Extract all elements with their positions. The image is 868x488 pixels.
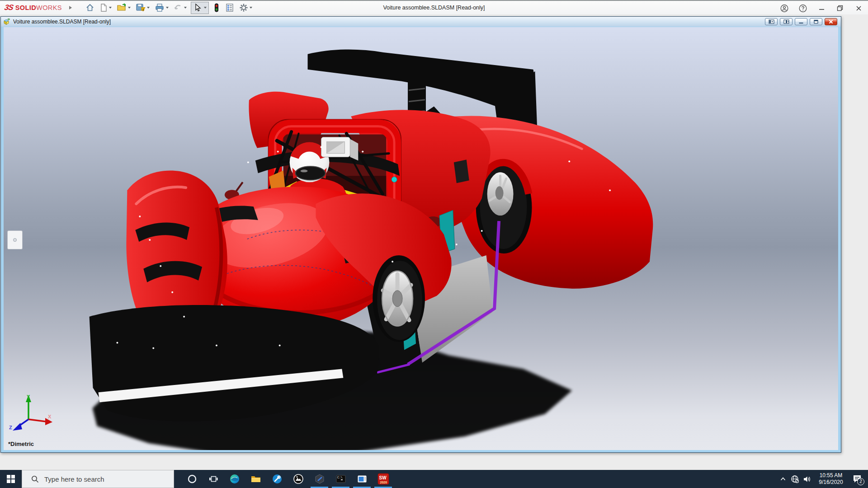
file-properties-icon (225, 3, 234, 12)
start-button[interactable] (0, 470, 22, 488)
triad-z-label: Z (9, 425, 12, 430)
car-model (4, 27, 838, 450)
splitter-grip-icon (13, 238, 17, 242)
cortana-button[interactable] (181, 470, 203, 488)
file-explorer-icon (250, 474, 261, 484)
command-prompt-button[interactable]: C:\ (330, 470, 351, 488)
speaker-icon (803, 475, 811, 483)
solidworks-logo: 3S SOLID WORKS (5, 3, 62, 12)
document-window: Voiture assomblee.SLDASM [Read-only] (0, 16, 841, 453)
save-icon (136, 3, 146, 12)
file-properties-button[interactable] (224, 2, 235, 14)
print-button[interactable] (154, 2, 170, 14)
dropdown-caret-icon[interactable] (109, 7, 112, 9)
file-explorer-button[interactable] (245, 470, 266, 488)
media-app-button[interactable] (351, 470, 373, 488)
taskbar: Type here to search (0, 470, 868, 488)
photos-button[interactable] (288, 470, 309, 488)
rebuild-button[interactable] (212, 2, 221, 14)
wrench-circle-icon (272, 474, 283, 484)
assembly-document-icon (3, 18, 10, 25)
triad-x-label: X (48, 414, 52, 419)
select-tool-button[interactable] (191, 2, 209, 14)
support-tool-button[interactable] (266, 470, 288, 488)
task-view-button[interactable] (203, 470, 224, 488)
featuremanager-splitter-tab[interactable] (7, 230, 23, 249)
doc-close-icon (828, 19, 834, 24)
network-button[interactable] (789, 470, 801, 488)
help-button[interactable] (799, 4, 807, 13)
close-button[interactable] (854, 4, 863, 13)
windows-logo-icon (7, 475, 15, 483)
open-folder-icon (117, 3, 127, 12)
task-view-icon (208, 474, 218, 484)
app-title: Voiture assomblee.SLDASM [Read-only] (383, 5, 485, 11)
doc-restore-icon (813, 19, 819, 24)
dropdown-caret-icon[interactable] (147, 7, 150, 9)
document-title: Voiture assomblee.SLDASM [Read-only] (13, 19, 111, 25)
dropdown-caret-icon[interactable] (184, 7, 187, 9)
sw-label: SW (379, 475, 387, 480)
dropdown-caret-icon[interactable] (128, 7, 131, 9)
notification-badge: 2 (857, 478, 864, 485)
quick-access-toolbar (85, 2, 253, 14)
triad-y-label: Y (27, 394, 30, 399)
edge-icon (229, 474, 240, 484)
hexagon-app-button[interactable] (309, 470, 330, 488)
home-icon (85, 3, 94, 12)
taskbar-icons: C:\ SW 2020 (181, 470, 394, 488)
minimize-button[interactable] (817, 4, 826, 13)
select-cursor-icon (193, 3, 201, 12)
minimize-icon (819, 5, 825, 11)
graphics-viewport[interactable]: Y X Z *Dimetric (4, 27, 838, 450)
dropdown-caret-icon[interactable] (250, 7, 252, 9)
open-button[interactable] (116, 2, 132, 14)
command-prompt-icon: C:\ (335, 474, 346, 484)
action-center-button[interactable]: 2 (849, 470, 865, 488)
hexagon-app-icon (314, 474, 325, 484)
taskbar-clock[interactable]: 10:55 AM 9/16/2020 (816, 472, 846, 486)
pane-toggle-left-button[interactable] (765, 18, 778, 25)
search-input[interactable]: Type here to search (22, 470, 174, 488)
doc-close-button[interactable] (825, 18, 837, 25)
chevron-up-icon (780, 476, 786, 482)
print-icon (155, 3, 165, 12)
new-document-icon (99, 3, 108, 12)
orientation-triad: Y X Z (8, 393, 55, 438)
dropdown-caret-icon[interactable] (166, 7, 169, 9)
app-titlebar: 3S SOLID WORKS (0, 0, 868, 14)
pane-toggle-right-button[interactable] (780, 18, 793, 25)
search-icon (31, 475, 39, 483)
cmd-label: C:\ (337, 476, 343, 479)
clock-time: 10:55 AM (816, 472, 846, 479)
undo-icon (174, 3, 183, 12)
doc-restore-button[interactable] (810, 18, 822, 25)
sw-year: 2020 (380, 481, 387, 484)
app-window-controls (780, 1, 863, 15)
account-button[interactable] (780, 4, 788, 13)
search-placeholder: Type here to search (44, 475, 104, 483)
help-icon (799, 4, 807, 13)
doc-minimize-button[interactable] (795, 18, 807, 25)
dropdown-caret-icon[interactable] (204, 7, 207, 9)
tray-chevron-button[interactable] (777, 470, 789, 488)
account-icon (780, 4, 788, 13)
home-button[interactable] (85, 2, 95, 14)
photos-icon (293, 474, 304, 484)
volume-button[interactable] (801, 470, 813, 488)
edge-button[interactable] (224, 470, 245, 488)
document-titlebar[interactable]: Voiture assomblee.SLDASM [Read-only] (1, 17, 841, 27)
view-orientation-label: *Dimetric (8, 441, 34, 447)
system-tray: 10:55 AM 9/16/2020 2 (777, 470, 868, 488)
pane-left-icon (769, 19, 774, 24)
undo-button[interactable] (173, 2, 188, 14)
clock-date: 9/16/2020 (816, 479, 846, 486)
restore-button[interactable] (836, 4, 844, 13)
new-document-button[interactable] (99, 2, 113, 14)
restore-icon (837, 5, 843, 11)
save-button[interactable] (135, 2, 151, 14)
menu-expand-icon[interactable] (69, 6, 72, 9)
options-button[interactable] (238, 2, 253, 14)
globe-no-network-icon (791, 475, 799, 483)
solidworks-taskbar-button[interactable]: SW 2020 (373, 470, 394, 488)
